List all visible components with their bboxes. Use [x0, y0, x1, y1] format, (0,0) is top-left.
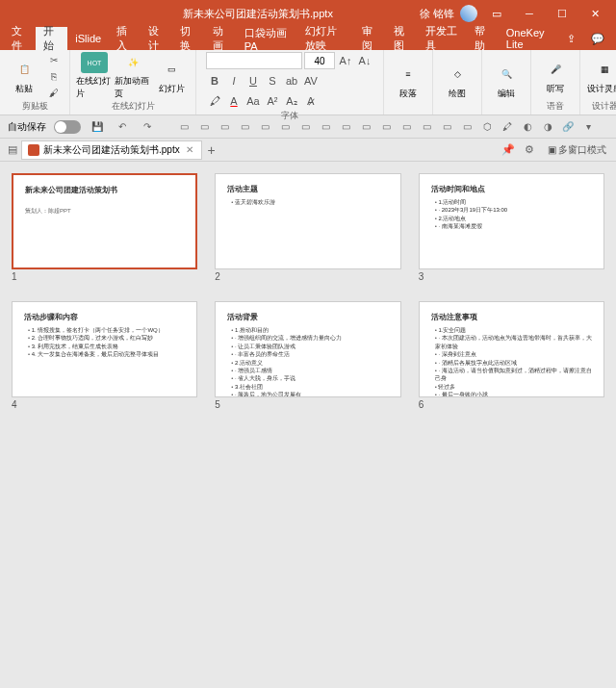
menu-pocket[interactable]: 口袋动画 PA — [237, 27, 297, 50]
decrease-font-icon[interactable]: A↓ — [356, 52, 373, 69]
slide-thumbnail[interactable]: 活动主题蓝天碧海欢乐游 — [215, 173, 400, 269]
ppt-file-icon — [28, 144, 39, 156]
close-icon[interactable]: ✕ — [581, 0, 608, 27]
spacing-icon[interactable]: AV — [302, 72, 320, 89]
ribbon-toggle-icon[interactable]: ▭ — [483, 0, 510, 27]
menu-dev[interactable]: 开发工具 — [418, 27, 466, 50]
format-painter-icon[interactable]: 🖌 — [44, 85, 64, 100]
design-ideas-button[interactable]: ▦ 设计灵感 — [586, 52, 616, 100]
superscript-icon[interactable]: A² — [264, 92, 281, 110]
editing-button[interactable]: 🔍 编辑 — [488, 58, 525, 106]
qa-btn[interactable]: ◐ — [519, 118, 536, 136]
qa-btn[interactable]: ▭ — [377, 118, 395, 136]
qa-btn[interactable]: ▭ — [216, 118, 233, 136]
menu-help[interactable]: 帮助 — [467, 27, 499, 50]
document-tab[interactable]: 新未来公司团建活动策划书.pptx ✕ — [21, 140, 202, 160]
font-size-select[interactable] — [304, 52, 335, 69]
paragraph-button[interactable]: ≡ 段落 — [390, 58, 426, 106]
online-slides-button[interactable]: HOT 在线幻灯片 — [76, 52, 113, 100]
qa-btn[interactable]: ▭ — [337, 118, 354, 136]
share-icon[interactable]: ⇪ — [559, 27, 583, 50]
qa-btn[interactable]: ▭ — [418, 118, 435, 136]
qa-btn[interactable]: ▭ — [276, 118, 294, 136]
redo-icon[interactable]: ↷ — [139, 118, 156, 136]
qa-btn[interactable]: ▭ — [256, 118, 273, 136]
new-slide-button[interactable]: ▭ 幻灯片 — [153, 52, 190, 100]
dictate-button[interactable]: 🎤 听写 — [537, 52, 574, 100]
qa-btn[interactable]: ▭ — [175, 118, 192, 136]
menu-animation[interactable]: 动画 — [205, 27, 237, 50]
clipboard-icon: 📋 — [13, 58, 36, 81]
window-title: 新未来公司团建活动策划书.pptx — [96, 7, 420, 21]
menu-review[interactable]: 审阅 — [354, 27, 386, 50]
highlight-icon[interactable]: 🖍 — [206, 92, 223, 110]
font-family-select[interactable] — [206, 52, 302, 69]
menu-islide[interactable]: iSlide — [67, 27, 109, 50]
qa-btn[interactable]: ▭ — [458, 118, 475, 136]
menu-file[interactable]: 文件 — [4, 27, 36, 50]
slide-sorter-area: 新未来公司团建活动策划书策划人：陈超PPT1活动主题蓝天碧海欢乐游2活动时间和地… — [0, 162, 616, 688]
menu-slideshow[interactable]: 幻灯片放映 — [297, 27, 354, 50]
undo-icon[interactable]: ↶ — [114, 118, 131, 136]
case-icon[interactable]: Aa — [244, 92, 262, 110]
new-anim-button[interactable]: ✨ 新加动画页 — [115, 52, 151, 100]
qa-btn[interactable]: ▾ — [579, 118, 597, 136]
drawing-button[interactable]: ◇ 绘图 — [439, 58, 475, 106]
underline-icon[interactable]: U — [244, 72, 262, 89]
comment-icon[interactable]: 💬 — [583, 27, 612, 50]
copy-icon[interactable]: ⎘ — [44, 68, 64, 84]
shadow-icon[interactable]: ab — [283, 72, 300, 89]
qa-btn[interactable]: ⬡ — [478, 118, 496, 136]
menu-design[interactable]: 设计 — [141, 27, 172, 50]
slide-thumbnail[interactable]: 新未来公司团建活动策划书策划人：陈超PPT — [12, 173, 197, 269]
menu-home[interactable]: 开始 — [36, 27, 67, 50]
increase-font-icon[interactable]: A↑ — [337, 52, 354, 69]
designer-label: 设计器 — [592, 100, 617, 115]
qa-btn[interactable]: ◑ — [539, 118, 556, 136]
strike-icon[interactable]: S — [264, 72, 281, 89]
save-icon[interactable]: 💾 — [89, 118, 106, 136]
font-color-icon[interactable]: A — [225, 92, 243, 110]
user-avatar[interactable] — [460, 5, 477, 22]
slide-thumbnail[interactable]: 活动步骤和内容1. 情报搜集，签名打卡（两个任务安排，一个WQ）2. 合理时事物… — [12, 301, 197, 397]
qa-btn[interactable]: ▭ — [357, 118, 374, 136]
quick-access-bar: 自动保存 💾 ↶ ↷ ▭ ▭ ▭ ▭ ▭ ▭ ▭ ▭ ▭ ▭ ▭ ▭ ▭ ▭ ▭… — [0, 115, 616, 139]
subscript-icon[interactable]: A₂ — [283, 92, 300, 110]
slide-title: 活动步骤和内容 — [24, 312, 185, 322]
paste-button[interactable]: 📋 粘贴 — [6, 52, 42, 100]
qa-btn[interactable]: ▭ — [296, 118, 314, 136]
italic-icon[interactable]: I — [225, 72, 243, 89]
slide-icon: ▭ — [160, 58, 183, 81]
slides-label: 在线幻灯片 — [112, 100, 155, 115]
multi-window-button[interactable]: ▣ 多窗口模式 — [542, 143, 612, 157]
qa-btn[interactable]: 🔗 — [559, 118, 577, 136]
slide-thumbnail[interactable]: 活动时间和地点1.活动时间 · 2023年3月19日下午13:002.活动地点 … — [419, 173, 604, 269]
menu-onekey[interactable]: OneKey Lite — [499, 27, 559, 50]
bold-icon[interactable]: B — [206, 72, 223, 89]
menu-insert[interactable]: 插入 — [109, 27, 141, 50]
settings-icon[interactable]: ⚙ — [521, 141, 538, 159]
maximize-icon[interactable]: ☐ — [549, 0, 576, 27]
autosave-toggle[interactable] — [54, 120, 81, 134]
slide-number: 1 — [12, 271, 197, 282]
paragraph-icon: ≡ — [397, 63, 420, 86]
menu-view[interactable]: 视图 — [386, 27, 418, 50]
slide-thumbnail[interactable]: 活动背景1.推动和目的 · 增强组织间的交流，增进感情力量向心力 · 让员工秉体… — [215, 301, 400, 397]
doc-tab-name: 新未来公司团建活动策划书.pptx — [43, 143, 180, 157]
tab-list-icon[interactable]: ▤ — [4, 141, 21, 159]
slide-thumbnail[interactable]: 活动注意事项1.安全问题 · 本次团建活动，活动地点为海边营地带海时，首共获率，… — [419, 301, 604, 397]
add-tab-icon[interactable]: + — [202, 140, 221, 160]
qa-btn[interactable]: ▭ — [438, 118, 455, 136]
minimize-icon[interactable]: ─ — [516, 0, 543, 27]
username: 徐 铭锋 — [420, 7, 454, 21]
qa-btn[interactable]: 🖍 — [499, 118, 516, 136]
qa-btn[interactable]: ▭ — [195, 118, 213, 136]
pin-icon[interactable]: 📌 — [500, 141, 517, 159]
close-tab-icon[interactable]: ✕ — [184, 144, 195, 155]
qa-btn[interactable]: ▭ — [236, 118, 253, 136]
qa-btn[interactable]: ▭ — [317, 118, 334, 136]
menu-transition[interactable]: 切换 — [172, 27, 204, 50]
clear-format-icon[interactable]: A̷ — [302, 92, 320, 110]
qa-btn[interactable]: ▭ — [398, 118, 415, 136]
cut-icon[interactable]: ✂ — [44, 52, 64, 67]
